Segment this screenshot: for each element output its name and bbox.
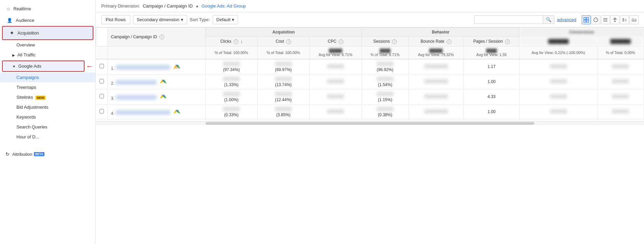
sidebar-item-google-ads[interactable]: ▼ Google Ads bbox=[2, 60, 84, 72]
row3-cpc bbox=[310, 89, 362, 104]
campaign-id-header: Campaign / Campaign ID ? bbox=[107, 28, 206, 46]
row3-conv2 bbox=[597, 89, 644, 104]
horizontal-scrollbar[interactable] bbox=[96, 121, 644, 125]
row3-bounce-rate bbox=[408, 89, 463, 104]
row3-check[interactable] bbox=[96, 89, 108, 104]
row4-campaign: 4. bbox=[107, 104, 206, 119]
row1-campaign: 1. bbox=[107, 59, 206, 74]
conversions-section-header: Conversions bbox=[520, 28, 644, 37]
totals-cost: % of Total: 100.00% bbox=[258, 46, 310, 59]
data-table: Campaign / Campaign ID ? Acquisition Beh… bbox=[96, 27, 644, 120]
pie-view-icon[interactable] bbox=[591, 15, 600, 24]
advanced-link[interactable]: advanced bbox=[557, 17, 576, 22]
sidebar-item-realtime[interactable]: ○ Realtime bbox=[0, 3, 95, 15]
all-traffic-arrow: ▶ bbox=[12, 53, 15, 57]
list-view-icon[interactable] bbox=[601, 15, 610, 24]
bounce-rate-help-icon[interactable]: ? bbox=[447, 39, 451, 44]
row3-checkbox[interactable] bbox=[100, 94, 104, 98]
compare-view-icon[interactable] bbox=[620, 15, 629, 24]
red-arrow-indicator: ← bbox=[86, 62, 93, 71]
sessions-help-icon[interactable]: ? bbox=[392, 39, 397, 44]
conv-col1-header: ███████ bbox=[520, 37, 597, 46]
chevron-down-icon: ▾ bbox=[181, 17, 183, 22]
row3-campaign: 3. bbox=[107, 89, 206, 104]
clicks-help-icon[interactable]: ? bbox=[234, 39, 238, 44]
row2-check[interactable] bbox=[96, 74, 108, 89]
row1-conv2 bbox=[597, 59, 644, 74]
select-all-header bbox=[96, 28, 108, 46]
row3-conv1 bbox=[520, 89, 597, 104]
secondary-dimension-dropdown[interactable]: Secondary dimension ▾ bbox=[133, 15, 187, 24]
behavior-section-header: Behavior bbox=[362, 28, 520, 37]
scrollbar-thumb[interactable] bbox=[206, 122, 535, 125]
realtime-icon: ○ bbox=[7, 6, 10, 12]
sidebar-item-keywords[interactable]: Keywords bbox=[0, 112, 95, 122]
adjust-view-icon[interactable] bbox=[610, 15, 619, 24]
row1-check[interactable] bbox=[96, 59, 108, 74]
totals-cpc: █████ Avg for View: 6.71% bbox=[310, 46, 362, 59]
sidebar-item-sitelinks[interactable]: Sitelinks NEW bbox=[0, 92, 95, 102]
search-button[interactable]: 🔍 bbox=[543, 16, 554, 24]
sessions-header: Sessions ? bbox=[362, 37, 408, 46]
totals-sessions: ████ % of Total: 6.71% bbox=[362, 46, 408, 59]
sitelinks-new-badge: NEW bbox=[36, 96, 45, 100]
cost-help-icon[interactable]: ? bbox=[286, 39, 291, 44]
table-row: 1. (97.34%) bbox=[96, 59, 644, 74]
view-icons bbox=[582, 15, 639, 24]
plot-rows-button[interactable]: Plot Rows bbox=[101, 15, 130, 24]
row4-check[interactable] bbox=[96, 104, 108, 119]
sidebar-item-acquisition-label: Acquisition bbox=[17, 30, 39, 36]
google-ads-arrow: ▼ bbox=[12, 65, 16, 68]
sidebar-item-hour-of-d[interactable]: Hour of D... bbox=[0, 132, 95, 142]
row2-cpc bbox=[310, 74, 362, 89]
sidebar-item-all-traffic[interactable]: ▶ All Traffic bbox=[0, 50, 95, 60]
sidebar-item-campaigns[interactable]: Campaigns bbox=[0, 72, 95, 82]
primary-dimension-value: Campaign / Campaign ID bbox=[143, 3, 193, 9]
sidebar-item-hour-label: Hour of D... bbox=[16, 134, 39, 139]
svg-rect-2 bbox=[584, 20, 586, 22]
row1-google-ads-icon bbox=[173, 63, 180, 71]
sidebar-item-audience[interactable]: 👤 Audience bbox=[0, 15, 95, 26]
secondary-dimension-link[interactable]: Google Ads: Ad Group bbox=[201, 3, 246, 9]
search-input[interactable] bbox=[474, 16, 543, 24]
campaign-help-icon[interactable]: ? bbox=[159, 35, 164, 39]
clicks-sort-arrow[interactable]: ↓ bbox=[240, 39, 242, 44]
row2-checkbox[interactable] bbox=[100, 79, 104, 83]
grid-view-icon[interactable] bbox=[582, 15, 591, 24]
row4-cpc bbox=[310, 104, 362, 119]
sidebar-item-attribution-label: Attribution bbox=[12, 152, 32, 157]
attribution-beta-badge: BETA bbox=[34, 152, 45, 156]
sidebar-item-treemaps[interactable]: Treemaps bbox=[0, 82, 95, 92]
sidebar-item-bid-adjustments[interactable]: Bid Adjustments bbox=[0, 102, 95, 112]
sidebar-item-bid-adjustments-label: Bid Adjustments bbox=[16, 105, 48, 110]
clicks-header: Clicks ? ↓ bbox=[206, 37, 258, 46]
pages-session-help-icon[interactable]: ? bbox=[505, 39, 510, 44]
totals-conv1: Avg for View: 0.21% (-100.00%) bbox=[520, 46, 597, 59]
cpc-help-icon[interactable]: ? bbox=[339, 39, 343, 44]
expand-arrow-icon[interactable]: ▲ bbox=[195, 4, 199, 8]
svg-rect-13 bbox=[625, 19, 627, 22]
row1-checkbox[interactable] bbox=[100, 64, 104, 68]
row4-checkbox[interactable] bbox=[100, 109, 104, 113]
sort-default-dropdown[interactable]: Default ▾ bbox=[213, 15, 238, 24]
multibar-view-icon[interactable] bbox=[630, 15, 639, 24]
sidebar-item-campaigns-label: Campaigns bbox=[16, 75, 39, 80]
sidebar-item-keywords-label: Keywords bbox=[16, 114, 36, 120]
row2-cost: (13.74%) bbox=[258, 74, 310, 89]
row2-campaign: 2. bbox=[107, 74, 206, 89]
totals-check bbox=[96, 46, 108, 59]
sidebar-item-overview[interactable]: Overview bbox=[0, 40, 95, 50]
sidebar-item-attribution[interactable]: ↻ Attribution BETA bbox=[0, 149, 95, 160]
sidebar-item-acquisition[interactable]: ✦ Acquisition bbox=[2, 26, 93, 40]
row2-conv1 bbox=[520, 74, 597, 89]
conv-col2-header: ███████ bbox=[597, 37, 644, 46]
pages-session-header: Pages / Session ? bbox=[463, 37, 520, 46]
row1-cost: (69.97%) bbox=[258, 59, 310, 74]
sidebar-item-overview-label: Overview bbox=[16, 42, 35, 48]
totals-row: % of Total: 100.00% % of Total: 100.00% … bbox=[96, 46, 644, 59]
sidebar-item-search-queries[interactable]: Search Queries bbox=[0, 122, 95, 132]
cost-header: Cost ? bbox=[258, 37, 310, 46]
row2-google-ads-icon bbox=[160, 78, 167, 86]
svg-rect-17 bbox=[635, 18, 635, 22]
svg-rect-14 bbox=[632, 19, 632, 22]
